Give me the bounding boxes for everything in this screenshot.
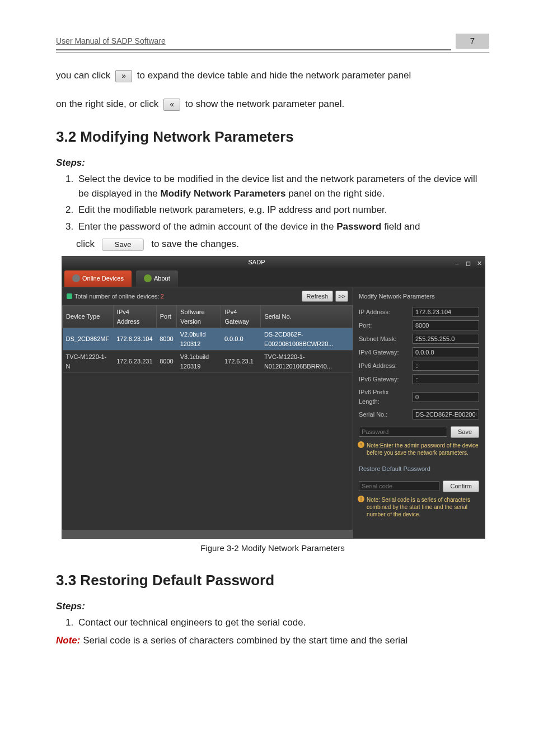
port-input[interactable] (413, 320, 479, 330)
sadp-tabs: Online Devices About (62, 269, 485, 287)
section-3-3-heading: 3.3 Restoring Default Password (56, 570, 489, 591)
steps-label-32: Steps: (56, 156, 489, 170)
col-software-version[interactable]: Software Version (177, 306, 221, 328)
section-3-2-heading: 3.2 Modifying Network Parameters (56, 126, 489, 148)
col-ipv4-gateway[interactable]: IPv4 Gateway (221, 306, 261, 328)
figure-caption: Figure 3-2 Modify Network Parameters (56, 542, 489, 555)
mask-input[interactable] (413, 334, 479, 344)
horizontal-scrollbar[interactable] (62, 530, 353, 538)
modify-network-panel: Modify Network Parameters IP Address: Po… (353, 287, 485, 539)
step-32-1: Select the device to be modified in the … (76, 172, 489, 200)
steps-list-33: Contact our technical engineers to get t… (56, 615, 489, 630)
to-save-text: to save the changes. (151, 239, 239, 249)
mask-label: Subnet Mask: (359, 334, 409, 344)
minimize-icon[interactable]: ‒ (452, 259, 462, 267)
page-number: 7 (456, 34, 489, 49)
ip-label: IP Address: (359, 307, 409, 317)
cell-gw: 172.6.23.1 (221, 351, 261, 373)
cell-ver: V2.0build 120312 (177, 328, 221, 351)
ipv6len-input[interactable] (413, 392, 479, 402)
serial-label: Serial No.: (359, 410, 409, 419)
cell-ip: 172.6.23.231 (113, 351, 156, 373)
confirm-button[interactable]: Confirm (443, 480, 479, 492)
click-save-row: click Save to save the changes. (76, 237, 489, 251)
ipv6len-label: IPv6 Prefix Length: (359, 388, 409, 406)
device-count-value: 2 (161, 292, 164, 301)
steps-list-32: Select the device to be modified in the … (56, 172, 489, 234)
serial-code-note: Note: Serial code is a series of charact… (353, 494, 485, 520)
expand-icon: » (115, 70, 132, 82)
password-note: Note:Enter the admin password of the dev… (353, 440, 485, 459)
device-count-label: Total number of online devices: (74, 292, 160, 301)
tab-online-devices[interactable]: Online Devices (64, 270, 132, 287)
device-list-panel: Total number of online devices: 2 Refres… (62, 287, 353, 539)
col-port[interactable]: Port (156, 306, 176, 328)
ipv6-input[interactable] (413, 361, 479, 371)
col-serial-no[interactable]: Serial No. (261, 306, 353, 328)
col-device-type[interactable]: Device Type (63, 306, 114, 328)
note-label: Note: (56, 635, 80, 646)
step-33-1: Contact our technical engineers to get t… (76, 615, 489, 630)
cell-ip: 172.6.23.104 (113, 328, 156, 351)
cell-serial: TVC-M1220-1-N0120120106BBRR40... (261, 351, 353, 373)
header-divider (56, 52, 489, 53)
tab-about-label: About (154, 274, 170, 283)
device-table: Device Type IPv4 Address Port Software V… (62, 305, 353, 373)
save-button[interactable]: Save (451, 426, 479, 438)
step-32-2: Edit the modifiable network parameters, … (76, 203, 489, 217)
bold-modify-network-params: Modify Network Parameters (161, 188, 286, 199)
sadp-title-text: SADP (62, 258, 451, 267)
tab-online-label: Online Devices (82, 274, 124, 283)
tab-about[interactable]: About (136, 270, 178, 287)
click-text: click (76, 239, 95, 249)
steps-label-33: Steps: (56, 599, 489, 614)
refresh-label: Refresh (307, 293, 329, 300)
table-row[interactable]: TVC-M1220-1-N 172.6.23.231 8000 V3.1cbui… (63, 351, 353, 373)
sadp-window: SADP ‒ ◻ ✕ Online Devices About Total nu… (62, 256, 485, 539)
step-32-3: Enter the password of the admin account … (76, 220, 489, 234)
collapse-button[interactable]: >> (335, 291, 348, 302)
col-ipv4-address[interactable]: IPv4 Address (113, 306, 156, 328)
ipv6gw-label: IPv6 Gateway: (359, 375, 409, 384)
collapse-icon: « (163, 99, 180, 111)
serial-input (413, 409, 479, 419)
serial-code-input[interactable] (359, 481, 439, 491)
intro-text-2b: to show the network parameter panel. (185, 99, 344, 109)
intro-text-2a: on the right side, or click (56, 99, 158, 109)
online-devices-icon (72, 274, 80, 282)
cell-port: 8000 (156, 328, 176, 351)
gw-input[interactable] (413, 347, 479, 357)
cell-serial: DS-2CD862F-E0020081008BCWR20... (261, 328, 353, 351)
intro-text-1b: to expand the device table and hide the … (137, 70, 411, 81)
sadp-titlebar: SADP ‒ ◻ ✕ (62, 256, 485, 269)
close-icon[interactable]: ✕ (474, 259, 484, 267)
table-row[interactable]: DS_2CD862MF 172.6.23.104 8000 V2.0build … (63, 328, 353, 351)
ip-input[interactable] (413, 307, 479, 317)
cell-type: TVC-M1220-1-N (63, 351, 114, 373)
intro-paragraph: you can click » to expand the device tab… (56, 68, 489, 111)
device-count-icon (67, 293, 72, 299)
intro-text-1a: you can click (56, 70, 110, 81)
table-header-row: Device Type IPv4 Address Port Software V… (63, 306, 353, 328)
bold-password: Password (336, 221, 381, 232)
note-text: Serial code is a series of characters co… (80, 635, 407, 646)
about-icon (144, 274, 152, 282)
cell-ver: V3.1cbuild 120319 (177, 351, 221, 373)
cell-gw: 0.0.0.0 (221, 328, 261, 351)
password-input[interactable] (359, 427, 447, 437)
cell-type: DS_2CD862MF (63, 328, 114, 351)
ipv6-label: IPv6 Address: (359, 361, 409, 371)
refresh-button[interactable]: Refresh (302, 291, 334, 302)
restore-default-password-link[interactable]: Restore Default Password (353, 459, 485, 479)
port-label: Port: (359, 321, 409, 330)
note-line: Note: Serial code is a series of charact… (56, 633, 489, 648)
maximize-icon[interactable]: ◻ (463, 259, 473, 267)
panel-title: Modify Network Parameters (353, 287, 485, 306)
save-button-inline: Save (102, 239, 144, 251)
cell-port: 8000 (156, 351, 176, 373)
ipv6gw-input[interactable] (413, 374, 479, 384)
gw-label: IPv4 Gateway: (359, 348, 409, 357)
doc-header-title: User Manual of SADP Software (56, 35, 451, 50)
